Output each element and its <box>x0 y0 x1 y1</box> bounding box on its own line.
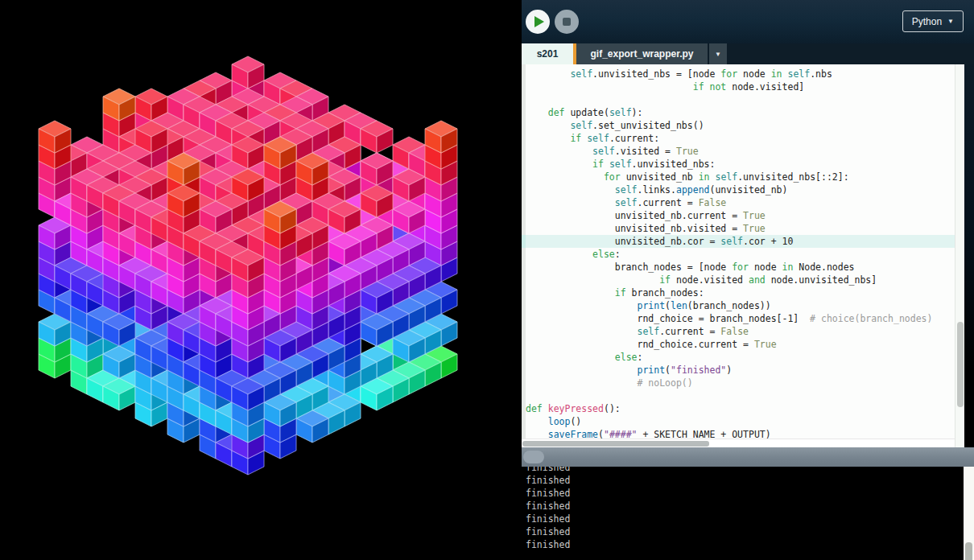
code-line: if node.visited and node.unvisited_nbs] <box>526 274 955 286</box>
code-line <box>526 389 955 402</box>
chevron-down-icon: ▼ <box>947 19 954 25</box>
toolbar: Python ▼ <box>522 0 974 43</box>
code-editor[interactable]: self.unvisited_nbs = [node for node in s… <box>522 64 974 447</box>
play-icon <box>534 16 544 27</box>
editor-console-splitter[interactable] <box>522 447 974 467</box>
tab-bar: s201 gif_export_wrapper.py ▼ <box>522 43 974 64</box>
console-line: finished <box>526 513 570 525</box>
code-line: if not node.visited] <box>526 80 955 93</box>
tab-s201[interactable]: s201 <box>522 43 573 64</box>
code-line: if branch_nodes: <box>526 286 955 299</box>
processing-ide-window: Python ▼ s201 gif_export_wrapper.py ▼ se… <box>0 0 974 560</box>
code-line: # noLoop() <box>526 377 955 389</box>
tab-menu-button[interactable]: ▼ <box>709 43 727 64</box>
code-line: self.links.append(unvisited_nb) <box>526 183 955 196</box>
editor-vertical-scrollbar[interactable] <box>955 64 964 447</box>
console-line: finished <box>526 500 570 513</box>
tab-label: gif_export_wrapper.py <box>590 48 693 60</box>
code-line: loop() <box>526 415 955 428</box>
code-line: else: <box>526 248 955 261</box>
code-line: self.set_unvisited_nbs() <box>526 119 955 132</box>
editor-horizontal-scrollbar[interactable] <box>522 439 955 447</box>
console-scrollbar[interactable] <box>964 467 974 560</box>
code-line: for unvisited_nb in self.unvisited_nbs[:… <box>526 171 955 183</box>
code-line: else: <box>526 351 955 364</box>
ide-panel: Python ▼ s201 gif_export_wrapper.py ▼ se… <box>522 0 974 560</box>
code-line: rnd_choice = branch_nodes[-1] # choice(b… <box>526 312 955 325</box>
code-line: unvisited_nb.cor = self.cor + 10 <box>526 235 955 248</box>
code-line: unvisited_nb.current = True <box>526 209 955 222</box>
code-line: unvisited_nb.visited = True <box>526 222 955 235</box>
editor-horizontal-scrollbar-thumb[interactable] <box>522 441 709 447</box>
console-line: finished <box>526 525 570 538</box>
code-line: def keyPressed(): <box>526 402 955 415</box>
editor-vertical-scrollbar-thumb[interactable] <box>957 322 964 407</box>
run-button[interactable] <box>526 10 550 34</box>
code-line <box>526 93 955 106</box>
sketch-output-window[interactable] <box>0 0 522 560</box>
code-line: if self.unvisited_nbs: <box>526 158 955 171</box>
code-line: self.current = False <box>526 196 955 209</box>
code-line: rnd_choice.current = True <box>526 338 955 351</box>
stop-button[interactable] <box>555 10 579 34</box>
code-line: self.visited = True <box>526 145 955 158</box>
console-line: finished <box>526 487 570 500</box>
console-scrollbar-thumb[interactable] <box>965 542 972 560</box>
stop-icon <box>563 18 571 26</box>
code-line: def update(self): <box>526 106 955 119</box>
splitter-handle-icon <box>523 451 544 463</box>
code-line: branch_nodes = [node for node in Node.no… <box>526 261 955 274</box>
chevron-down-icon: ▼ <box>715 51 721 58</box>
code-line: print(len(branch_nodes)) <box>526 299 955 312</box>
code-line: print("finished") <box>526 364 955 377</box>
mode-label: Python <box>912 16 942 27</box>
code-line: self.unvisited_nbs = [node for node in s… <box>526 68 955 80</box>
console-text: finishedfinishedfinishedfinishedfinished… <box>526 461 570 551</box>
tab-label: s201 <box>537 48 559 60</box>
tab-gif-export-wrapper[interactable]: gif_export_wrapper.py <box>576 43 708 64</box>
window-edge-strip <box>964 64 974 447</box>
sketch-3d-voxel-maze[interactable] <box>0 0 522 560</box>
code-text: self.unvisited_nbs = [node for node in s… <box>526 68 955 441</box>
code-line: if self.current: <box>526 132 955 145</box>
console-line: finished <box>526 538 570 551</box>
console-line: finished <box>526 474 570 487</box>
mode-selector[interactable]: Python ▼ <box>902 10 964 32</box>
code-line: self.current = False <box>526 325 955 338</box>
